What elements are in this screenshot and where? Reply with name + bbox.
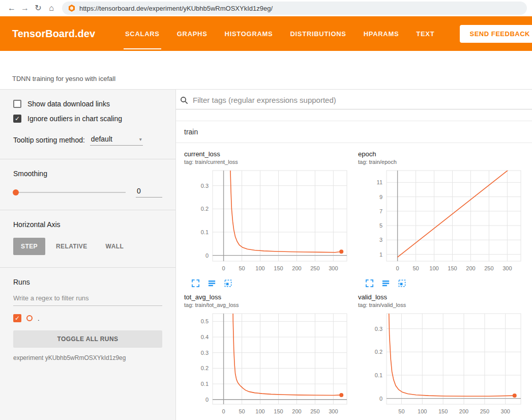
chart-tag: tag: train/tot_avg_loss: [184, 302, 352, 308]
svg-text:200: 200: [292, 265, 301, 271]
tab-scalars[interactable]: SCALARS: [116, 16, 168, 51]
svg-text:0.4: 0.4: [201, 334, 209, 340]
refresh-icon[interactable]: ↻: [32, 0, 45, 16]
back-icon[interactable]: ←: [5, 0, 18, 16]
experiment-description-bar: TDNN training for yesno with icefall: [0, 51, 532, 90]
expand-corners-icon[interactable]: [365, 279, 374, 288]
svg-text:250: 250: [310, 265, 319, 271]
fit-domain-icon[interactable]: [398, 279, 407, 288]
tab-distributions[interactable]: DISTRIBUTIONS: [281, 16, 354, 51]
runs-section: Runs ✓ . TOGGLE ALL RUNS experiment yKUb…: [0, 268, 175, 374]
axis-step-button[interactable]: STEP: [13, 238, 45, 255]
smoothing-slider-thumb[interactable]: [13, 189, 19, 195]
experiment-description: TDNN training for yesno with icefall: [12, 75, 115, 82]
url-text: https://tensorboard.dev/experiment/yKUbh…: [79, 5, 273, 12]
tag-filter-input[interactable]: [193, 96, 532, 104]
tag-filter-row: [176, 90, 532, 109]
show-download-links-label: Show data download links: [27, 100, 110, 108]
forward-icon[interactable]: →: [18, 0, 32, 16]
smoothing-slider[interactable]: [13, 192, 126, 193]
svg-text:200: 200: [466, 265, 475, 271]
tooltip-sorting-value: default: [91, 135, 112, 143]
svg-text:0.5: 0.5: [201, 318, 209, 324]
scalar-chart-card: epochtag: train/epoch0501001502002503001…: [358, 150, 526, 288]
svg-text:250: 250: [310, 408, 319, 414]
chart-actions: [184, 276, 352, 288]
svg-text:0.2: 0.2: [201, 206, 209, 212]
svg-text:200: 200: [459, 408, 468, 414]
expand-corners-icon[interactable]: [191, 279, 200, 288]
svg-text:0.3: 0.3: [201, 183, 209, 189]
tooltip-sorting-dropdown[interactable]: default ▾: [90, 134, 143, 146]
send-feedback-button[interactable]: SEND FEEDBACK: [460, 25, 532, 43]
horizontal-axis-section: Horizontal Axis STEP RELATIVE WALL: [0, 210, 175, 268]
svg-text:100: 100: [255, 265, 264, 271]
svg-text:300: 300: [329, 408, 338, 414]
svg-text:250: 250: [480, 408, 489, 414]
line-chart[interactable]: 05010015020025030000.10.20.30.40.5: [184, 311, 352, 417]
svg-text:0.3: 0.3: [375, 326, 382, 332]
address-bar[interactable]: https://tensorboard.dev/experiment/yKUbh…: [62, 2, 527, 15]
svg-text:50: 50: [239, 408, 245, 414]
line-chart[interactable]: 05010015020025030000.10.20.3: [184, 167, 352, 274]
svg-text:0: 0: [205, 253, 209, 259]
run-item[interactable]: ✓ .: [13, 314, 162, 322]
tooltip-sorting-label: Tooltip sorting method:: [13, 136, 85, 146]
svg-text:0: 0: [222, 265, 225, 271]
scalar-chart-card: current_losstag: train/current_loss05010…: [184, 150, 352, 288]
svg-text:300: 300: [503, 265, 512, 271]
line-chart[interactable]: 0501001502002503001357911: [358, 167, 526, 274]
svg-text:0.3: 0.3: [201, 350, 209, 356]
browser-toolbar: ← → ↻ ⌂ https://tensorboard.dev/experime…: [0, 0, 532, 16]
tensorboard-favicon: [68, 5, 75, 12]
scalar-chart-card: valid_losstag: train/valid_loss501001502…: [358, 293, 526, 420]
chart-tag: tag: train/current_loss: [184, 159, 352, 165]
tab-text[interactable]: TEXT: [407, 16, 443, 51]
smoothing-label: Smoothing: [13, 170, 162, 178]
chart-title: valid_loss: [358, 293, 526, 301]
chart-title: epoch: [358, 150, 526, 158]
list-icon[interactable]: [208, 279, 217, 288]
svg-text:100: 100: [429, 265, 438, 271]
run-checkbox[interactable]: ✓: [13, 314, 21, 322]
runs-label: Runs: [13, 278, 162, 286]
chart-tag: tag: train/valid_loss: [358, 302, 526, 308]
tab-histograms[interactable]: HISTOGRAMS: [216, 16, 282, 51]
runs-filter-input[interactable]: [13, 291, 162, 306]
list-icon[interactable]: [381, 279, 391, 288]
svg-text:0.1: 0.1: [375, 372, 382, 378]
svg-text:150: 150: [274, 408, 283, 414]
svg-text:100: 100: [255, 408, 264, 414]
tab-graphs[interactable]: GRAPHS: [168, 16, 216, 51]
svg-text:3: 3: [379, 237, 382, 243]
axis-relative-button[interactable]: RELATIVE: [48, 238, 95, 255]
settings-sidebar: Show data download links ✓ Ignore outlie…: [0, 90, 176, 420]
svg-text:1: 1: [379, 251, 382, 258]
svg-text:150: 150: [448, 265, 457, 271]
svg-text:150: 150: [438, 408, 448, 414]
ignore-outliers-label: Ignore outliers in chart scaling: [27, 115, 122, 123]
svg-text:0.2: 0.2: [201, 365, 209, 371]
svg-text:50: 50: [398, 408, 404, 414]
svg-text:0.1: 0.1: [201, 381, 209, 387]
svg-text:0: 0: [222, 408, 225, 414]
fit-domain-icon[interactable]: [224, 279, 233, 288]
tab-hparams[interactable]: HPARAMS: [355, 16, 408, 51]
ignore-outliers-checkbox[interactable]: ✓: [13, 115, 21, 123]
toggle-all-runs-button[interactable]: TOGGLE ALL RUNS: [13, 330, 162, 348]
svg-text:50: 50: [412, 265, 419, 271]
svg-text:150: 150: [274, 265, 283, 271]
svg-text:200: 200: [292, 408, 301, 414]
svg-text:9: 9: [379, 194, 382, 200]
line-chart[interactable]: 5010015020025030000.10.20.3: [358, 311, 526, 417]
home-icon[interactable]: ⌂: [45, 0, 58, 16]
svg-text:0: 0: [205, 397, 209, 403]
smoothing-value[interactable]: 0: [136, 187, 162, 198]
chart-actions: [358, 276, 526, 288]
show-download-links-checkbox[interactable]: [13, 100, 21, 108]
chart-tag: tag: train/epoch: [358, 159, 526, 165]
axis-wall-button[interactable]: WALL: [98, 238, 132, 255]
chart-title: tot_avg_loss: [184, 293, 352, 301]
svg-text:0.1: 0.1: [201, 229, 209, 235]
tag-group-title[interactable]: train: [176, 121, 532, 143]
